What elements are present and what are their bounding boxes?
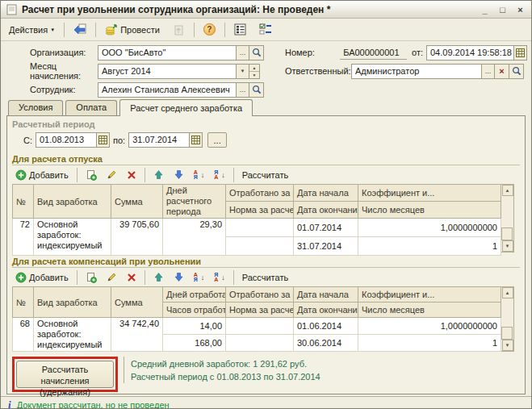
organization-field[interactable]: ООО "БисАвто" ...: [98, 45, 249, 61]
scrollbar-track[interactable]: [501, 298, 513, 340]
col-kind[interactable]: Вид заработка: [34, 185, 111, 219]
col-sum[interactable]: Сумма: [111, 185, 163, 219]
vertical-scrollbar[interactable]: ▲ ▼: [501, 286, 514, 352]
cell-months[interactable]: 1: [358, 237, 501, 256]
cell-num[interactable]: 68: [13, 318, 34, 352]
dropdown-icon[interactable]: ▼: [236, 65, 249, 78]
actions-menu-button[interactable]: Действия ▼: [4, 23, 60, 37]
calculate-button[interactable]: Рассчитать: [239, 271, 291, 284]
save-button[interactable]: [69, 21, 91, 39]
col-norm[interactable]: Норма за расчетн...: [226, 202, 294, 219]
cell-months[interactable]: 1: [358, 335, 501, 352]
ellipsis-button[interactable]: ...: [481, 65, 494, 78]
cell-date-start[interactable]: 01.07.2014: [294, 219, 358, 237]
vertical-scrollbar[interactable]: ▲ ▼: [501, 184, 514, 252]
scroll-up-icon[interactable]: ▲: [502, 287, 513, 298]
cell-date-start[interactable]: 01.06.2014: [294, 318, 358, 335]
cell-date-end[interactable]: 30.06.2014: [294, 335, 358, 352]
col-worked[interactable]: Отработано за ра...: [226, 185, 294, 202]
col-date-start[interactable]: Дата начала: [294, 185, 358, 202]
tab-payment[interactable]: Оплата: [65, 100, 117, 115]
responsible-clear-button[interactable]: ×: [495, 64, 509, 79]
post-button[interactable]: Провести: [100, 21, 165, 39]
organization-open-button[interactable]: [249, 45, 264, 61]
tab-average-earnings[interactable]: Расчет среднего заработка: [119, 99, 253, 116]
col-months[interactable]: Число месяцев: [358, 303, 501, 318]
minimize-button[interactable]: _: [478, 3, 492, 15]
move-down-button[interactable]: [170, 270, 187, 284]
calendar-icon[interactable]: [513, 46, 526, 60]
period-to-field[interactable]: 31.07.2014: [128, 132, 203, 148]
cell-hours-worked[interactable]: 168,00: [163, 335, 226, 352]
cell-coef[interactable]: 1,0000000000: [358, 219, 501, 237]
scrollbar-track[interactable]: [501, 196, 513, 240]
ellipsis-button[interactable]: ...: [236, 46, 249, 60]
spin-down-icon[interactable]: ▼: [249, 71, 259, 78]
move-down-button[interactable]: [170, 168, 187, 182]
col-num[interactable]: №: [13, 287, 34, 318]
copy-row-button[interactable]: [82, 168, 100, 182]
col-worked[interactable]: Отработано за р...: [226, 287, 294, 303]
scrollbar-thumb[interactable]: [501, 227, 513, 240]
sort-ascending-button[interactable]: А Я ↓: [191, 271, 208, 284]
help-button[interactable]: ?: [199, 21, 220, 38]
unpost-button[interactable]: [167, 21, 190, 39]
compensation-table[interactable]: № Вид заработка Сумма Дней отработано От…: [12, 286, 501, 352]
move-up-button[interactable]: [150, 168, 167, 182]
scroll-down-icon[interactable]: ▼: [502, 240, 513, 252]
sort-descending-button[interactable]: Я А ↓: [211, 169, 228, 182]
calculate-accruals-button[interactable]: Рассчитать начисления (удержания): [16, 361, 114, 388]
table-row[interactable]: 68 Основной заработок: индексируемый 34 …: [13, 318, 501, 335]
move-up-button[interactable]: [150, 270, 167, 284]
col-days-worked[interactable]: Дней отработано: [163, 287, 226, 303]
delete-row-button[interactable]: [124, 169, 140, 182]
col-date-end[interactable]: Дата окончания: [294, 303, 358, 318]
add-row-button[interactable]: Добавить: [12, 168, 72, 182]
responsible-field[interactable]: Администратор ...: [351, 64, 495, 79]
edit-row-button[interactable]: [103, 168, 120, 182]
document-date-field[interactable]: 04.09.2014 19:58:18: [426, 45, 527, 61]
maximize-button[interactable]: □: [496, 3, 509, 15]
tab-conditions[interactable]: Условия: [8, 100, 63, 115]
col-num[interactable]: №: [13, 185, 34, 219]
col-days[interactable]: Дней расчетного периода: [163, 185, 226, 219]
cell-days[interactable]: 29,30: [163, 219, 226, 256]
employee-open-button[interactable]: [249, 82, 264, 98]
journal-button[interactable]: [229, 21, 252, 39]
col-kind[interactable]: Вид заработка: [34, 287, 111, 318]
table-row[interactable]: 72 Основной заработок: индексируемый 39 …: [13, 219, 501, 237]
cell-coef[interactable]: 1,0000000000: [358, 318, 501, 335]
calendar-icon[interactable]: [189, 133, 202, 147]
cell-days-worked[interactable]: 14,00: [163, 318, 226, 335]
ellipsis-button[interactable]: ...: [236, 83, 249, 97]
responsible-open-button[interactable]: [509, 64, 524, 79]
calculate-button[interactable]: Рассчитать: [239, 169, 291, 182]
cell-kind[interactable]: Основной заработок: индексируемый: [34, 219, 111, 256]
number-field[interactable]: БА000000001: [340, 46, 407, 60]
cell-worked[interactable]: [226, 318, 294, 335]
col-date-start[interactable]: Дата начала: [294, 287, 358, 303]
cell-num[interactable]: 72: [13, 219, 34, 256]
title-bar[interactable]: Расчет при увольнении сотрудника организ…: [1, 1, 531, 19]
col-coef[interactable]: Коэффициент и...: [358, 185, 501, 202]
cell-norm[interactable]: [226, 237, 294, 256]
col-sum[interactable]: Сумма: [111, 287, 163, 318]
copy-row-button[interactable]: [82, 270, 100, 285]
month-spinner[interactable]: ▲ ▼: [249, 64, 260, 79]
delete-row-button[interactable]: [124, 271, 140, 284]
cell-kind[interactable]: Основной заработок: индексируемый: [34, 318, 111, 352]
col-hours-worked[interactable]: Часов отработано: [163, 303, 226, 318]
period-from-field[interactable]: 01.08.2013: [36, 132, 110, 148]
close-button[interactable]: ×: [513, 3, 527, 15]
sort-descending-button[interactable]: Я А ↓: [211, 271, 228, 284]
col-coef[interactable]: Коэффициент и...: [358, 287, 501, 303]
vacation-table[interactable]: № Вид заработка Сумма Дней расчетного пе…: [12, 184, 501, 256]
cell-sum[interactable]: 39 705,60: [111, 219, 163, 256]
spin-up-icon[interactable]: ▲: [249, 65, 259, 71]
cell-norm[interactable]: [226, 335, 294, 352]
cell-date-end[interactable]: 31.07.2014: [294, 237, 358, 256]
accrual-month-field[interactable]: Август 2014 ▼: [98, 64, 249, 79]
calendar-icon[interactable]: [96, 133, 109, 147]
period-more-button[interactable]: ...: [207, 132, 227, 148]
cell-sum[interactable]: 34 742,40: [111, 318, 163, 352]
